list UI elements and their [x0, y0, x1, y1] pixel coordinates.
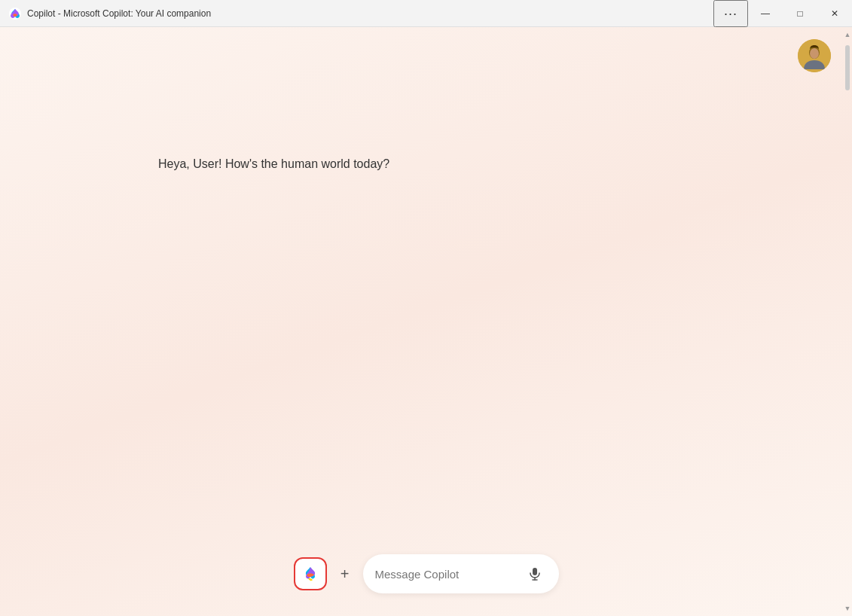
maximize-button[interactable]: □: [783, 0, 817, 27]
copilot-icon-button[interactable]: [294, 557, 327, 590]
bottom-input-area: +: [0, 539, 852, 616]
app-icon: [9, 8, 21, 20]
greeting-message: Heya, User! How's the human world today?: [158, 155, 822, 173]
scrollbar-down[interactable]: ▼: [843, 601, 852, 616]
window-controls: ··· — □ ✕: [713, 0, 852, 26]
scrollbar-up[interactable]: ▲: [843, 27, 852, 42]
microphone-button[interactable]: [523, 562, 547, 586]
more-options-button[interactable]: ···: [713, 0, 748, 27]
avatar-container: [798, 39, 831, 72]
titlebar: Copilot - Microsoft Copilot: Your AI com…: [0, 0, 852, 27]
main-content: ▲ ▼ Heya, User! How's the human world to…: [0, 27, 852, 616]
add-button[interactable]: +: [333, 562, 357, 586]
chat-area: Heya, User! How's the human world today?: [0, 27, 852, 539]
minimize-button[interactable]: —: [748, 0, 783, 27]
svg-point-3: [810, 48, 819, 59]
avatar[interactable]: [798, 39, 831, 72]
message-input[interactable]: [375, 568, 523, 581]
svg-rect-4: [533, 568, 537, 575]
avatar-image: [798, 39, 831, 72]
input-container: +: [294, 554, 559, 593]
scrollbar[interactable]: ▲ ▼: [843, 27, 852, 616]
message-input-wrapper: [363, 554, 559, 593]
scrollbar-thumb[interactable]: [845, 45, 850, 90]
close-button[interactable]: ✕: [817, 0, 852, 27]
copilot-logo-icon: [301, 565, 319, 583]
microphone-icon: [527, 566, 542, 581]
